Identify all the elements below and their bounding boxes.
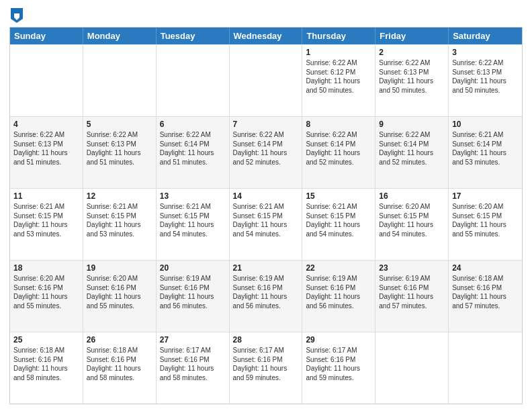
calendar-cell: 2Sunrise: 6:22 AM Sunset: 6:13 PM Daylig… [375, 45, 449, 116]
calendar-cell: 14Sunrise: 6:21 AM Sunset: 6:15 PM Dayli… [230, 189, 303, 260]
calendar-row: 11Sunrise: 6:21 AM Sunset: 6:15 PM Dayli… [10, 188, 522, 260]
cell-info: Sunrise: 6:19 AM Sunset: 6:16 PM Dayligh… [379, 274, 445, 310]
calendar-cell: 29Sunrise: 6:17 AM Sunset: 6:16 PM Dayli… [302, 332, 375, 404]
cell-info: Sunrise: 6:18 AM Sunset: 6:16 PM Dayligh… [13, 346, 79, 382]
calendar-cell: 17Sunrise: 6:20 AM Sunset: 6:15 PM Dayli… [449, 189, 522, 260]
day-number: 1 [306, 47, 371, 58]
calendar-cell [10, 45, 83, 116]
calendar-cell: 8Sunrise: 6:22 AM Sunset: 6:14 PM Daylig… [302, 117, 375, 188]
calendar-cell: 1Sunrise: 6:22 AM Sunset: 6:12 PM Daylig… [302, 45, 375, 116]
cell-info: Sunrise: 6:21 AM Sunset: 6:15 PM Dayligh… [160, 202, 226, 238]
day-number: 27 [160, 334, 226, 345]
calendar-row: 4Sunrise: 6:22 AM Sunset: 6:13 PM Daylig… [10, 116, 522, 188]
cell-info: Sunrise: 6:22 AM Sunset: 6:13 PM Dayligh… [13, 130, 79, 167]
calendar-cell: 28Sunrise: 6:17 AM Sunset: 6:16 PM Dayli… [230, 332, 303, 404]
calendar-cell [230, 45, 303, 116]
calendar-cell [449, 332, 522, 404]
calendar-cell: 7Sunrise: 6:22 AM Sunset: 6:14 PM Daylig… [230, 117, 303, 188]
calendar-header-cell: Tuesday [157, 28, 230, 44]
calendar-cell: 24Sunrise: 6:18 AM Sunset: 6:16 PM Dayli… [449, 261, 522, 332]
calendar-cell: 9Sunrise: 6:22 AM Sunset: 6:14 PM Daylig… [375, 117, 449, 188]
calendar-cell: 25Sunrise: 6:18 AM Sunset: 6:16 PM Dayli… [10, 332, 83, 404]
cell-info: Sunrise: 6:20 AM Sunset: 6:15 PM Dayligh… [379, 202, 445, 238]
calendar-header-cell: Sunday [10, 28, 83, 44]
calendar-cell: 12Sunrise: 6:21 AM Sunset: 6:15 PM Dayli… [83, 189, 157, 260]
day-number: 19 [87, 263, 152, 273]
calendar-cell: 21Sunrise: 6:19 AM Sunset: 6:16 PM Dayli… [230, 261, 303, 332]
day-number: 28 [233, 334, 299, 345]
day-number: 2 [379, 47, 445, 58]
day-number: 25 [13, 334, 79, 345]
calendar-cell: 27Sunrise: 6:17 AM Sunset: 6:16 PM Dayli… [157, 332, 230, 404]
calendar-cell: 11Sunrise: 6:21 AM Sunset: 6:15 PM Dayli… [10, 189, 83, 260]
calendar-row: 25Sunrise: 6:18 AM Sunset: 6:16 PM Dayli… [10, 332, 522, 404]
calendar-cell: 5Sunrise: 6:22 AM Sunset: 6:13 PM Daylig… [83, 117, 157, 188]
cell-info: Sunrise: 6:19 AM Sunset: 6:16 PM Dayligh… [160, 274, 226, 310]
cell-info: Sunrise: 6:20 AM Sunset: 6:15 PM Dayligh… [452, 202, 519, 238]
day-number: 3 [452, 47, 519, 58]
calendar-header: SundayMondayTuesdayWednesdayThursdayFrid… [10, 28, 522, 44]
day-number: 8 [306, 119, 371, 130]
calendar-cell: 15Sunrise: 6:21 AM Sunset: 6:15 PM Dayli… [302, 189, 375, 260]
cell-info: Sunrise: 6:19 AM Sunset: 6:16 PM Dayligh… [233, 274, 299, 310]
calendar-header-cell: Wednesday [230, 28, 303, 44]
calendar-row: 18Sunrise: 6:20 AM Sunset: 6:16 PM Dayli… [10, 260, 522, 332]
day-number: 5 [87, 119, 152, 130]
cell-info: Sunrise: 6:22 AM Sunset: 6:13 PM Dayligh… [379, 58, 445, 95]
cell-info: Sunrise: 6:20 AM Sunset: 6:16 PM Dayligh… [87, 274, 152, 310]
cell-info: Sunrise: 6:19 AM Sunset: 6:16 PM Dayligh… [306, 274, 371, 310]
calendar-cell: 6Sunrise: 6:22 AM Sunset: 6:14 PM Daylig… [157, 117, 230, 188]
page: SundayMondayTuesdayWednesdayThursdayFrid… [0, 0, 532, 411]
calendar-header-cell: Monday [83, 28, 157, 44]
cell-info: Sunrise: 6:22 AM Sunset: 6:14 PM Dayligh… [233, 130, 299, 167]
calendar-cell: 18Sunrise: 6:20 AM Sunset: 6:16 PM Dayli… [10, 261, 83, 332]
day-number: 17 [452, 191, 519, 201]
day-number: 21 [233, 263, 299, 273]
calendar-cell [83, 45, 157, 116]
calendar-cell: 16Sunrise: 6:20 AM Sunset: 6:15 PM Dayli… [375, 189, 449, 260]
calendar-cell: 23Sunrise: 6:19 AM Sunset: 6:16 PM Dayli… [375, 261, 449, 332]
calendar-cell: 4Sunrise: 6:22 AM Sunset: 6:13 PM Daylig… [10, 117, 83, 188]
cell-info: Sunrise: 6:21 AM Sunset: 6:15 PM Dayligh… [87, 202, 152, 238]
calendar-header-cell: Saturday [449, 28, 522, 44]
calendar-header-cell: Friday [375, 28, 449, 44]
cell-info: Sunrise: 6:22 AM Sunset: 6:12 PM Dayligh… [306, 58, 371, 95]
calendar: SundayMondayTuesdayWednesdayThursdayFrid… [9, 27, 523, 404]
day-number: 23 [379, 263, 445, 273]
calendar-cell: 10Sunrise: 6:21 AM Sunset: 6:14 PM Dayli… [449, 117, 522, 188]
calendar-cell [157, 45, 230, 116]
cell-info: Sunrise: 6:21 AM Sunset: 6:15 PM Dayligh… [233, 202, 299, 238]
day-number: 12 [87, 191, 152, 201]
cell-info: Sunrise: 6:17 AM Sunset: 6:16 PM Dayligh… [306, 346, 371, 382]
cell-info: Sunrise: 6:21 AM Sunset: 6:14 PM Dayligh… [452, 130, 519, 167]
cell-info: Sunrise: 6:22 AM Sunset: 6:13 PM Dayligh… [87, 130, 152, 167]
cell-info: Sunrise: 6:17 AM Sunset: 6:16 PM Dayligh… [233, 346, 299, 382]
calendar-cell: 20Sunrise: 6:19 AM Sunset: 6:16 PM Dayli… [157, 261, 230, 332]
header [9, 7, 523, 23]
calendar-cell: 3Sunrise: 6:22 AM Sunset: 6:13 PM Daylig… [449, 45, 522, 116]
calendar-cell: 26Sunrise: 6:18 AM Sunset: 6:16 PM Dayli… [83, 332, 157, 404]
cell-info: Sunrise: 6:21 AM Sunset: 6:15 PM Dayligh… [13, 202, 79, 238]
calendar-row: 1Sunrise: 6:22 AM Sunset: 6:12 PM Daylig… [10, 44, 522, 116]
cell-info: Sunrise: 6:21 AM Sunset: 6:15 PM Dayligh… [306, 202, 371, 238]
day-number: 13 [160, 191, 226, 201]
day-number: 29 [306, 334, 371, 345]
cell-info: Sunrise: 6:22 AM Sunset: 6:14 PM Dayligh… [306, 130, 371, 167]
day-number: 24 [452, 263, 519, 273]
calendar-body: 1Sunrise: 6:22 AM Sunset: 6:12 PM Daylig… [10, 44, 522, 404]
day-number: 16 [379, 191, 445, 201]
cell-info: Sunrise: 6:17 AM Sunset: 6:16 PM Dayligh… [160, 346, 226, 382]
day-number: 14 [233, 191, 299, 201]
day-number: 22 [306, 263, 371, 273]
day-number: 7 [233, 119, 299, 130]
day-number: 10 [452, 119, 519, 130]
calendar-cell: 13Sunrise: 6:21 AM Sunset: 6:15 PM Dayli… [157, 189, 230, 260]
cell-info: Sunrise: 6:22 AM Sunset: 6:13 PM Dayligh… [452, 58, 519, 95]
logo-icon [11, 8, 23, 23]
day-number: 26 [87, 334, 152, 345]
day-number: 11 [13, 191, 79, 201]
day-number: 4 [13, 119, 79, 130]
cell-info: Sunrise: 6:22 AM Sunset: 6:14 PM Dayligh… [160, 130, 226, 167]
day-number: 20 [160, 263, 226, 273]
day-number: 9 [379, 119, 445, 130]
